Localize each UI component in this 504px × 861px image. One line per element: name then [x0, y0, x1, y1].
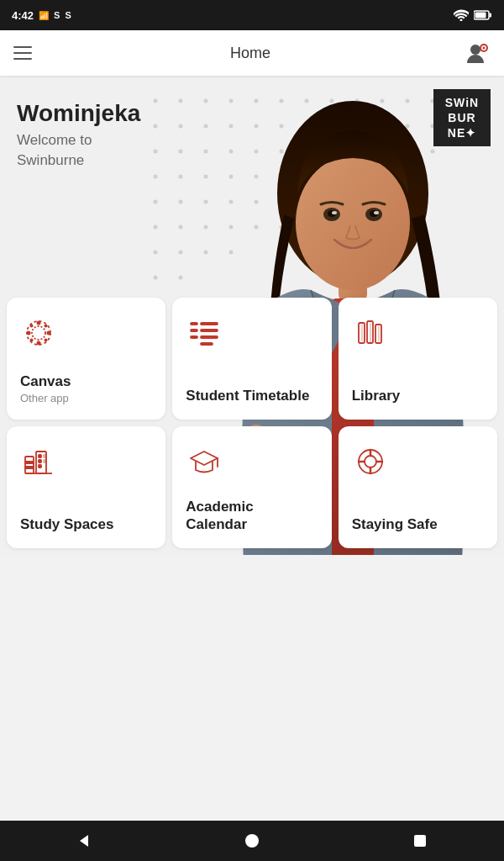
notification-icon-s2: S: [65, 10, 71, 20]
back-button[interactable]: [69, 826, 99, 856]
svg-rect-117: [25, 462, 34, 463]
svg-point-129: [365, 456, 376, 467]
svg-rect-109: [201, 343, 213, 345]
svg-rect-103: [191, 323, 197, 325]
svg-point-102: [30, 339, 34, 342]
svg-rect-2: [490, 13, 492, 18]
status-bar: 4:42 📶 S S: [0, 0, 504, 30]
canvas-icon: [20, 314, 57, 351]
svg-rect-105: [191, 336, 197, 338]
timetable-icon: [186, 314, 223, 351]
svg-rect-124: [39, 465, 41, 467]
svg-point-99: [30, 325, 34, 328]
svg-marker-126: [191, 452, 218, 465]
bottom-nav: [0, 821, 504, 861]
status-time: 4:42: [12, 9, 34, 22]
svg-point-135: [245, 834, 259, 848]
canvas-title: Canvas: [20, 373, 71, 390]
notification-icon-s: S: [54, 10, 60, 20]
canvas-app-card[interactable]: Canvas Other app: [7, 298, 165, 420]
svg-marker-134: [80, 835, 88, 847]
greeting-text: Wominjeka: [17, 101, 140, 127]
svg-rect-118: [25, 467, 34, 468]
academic-calendar-app-card[interactable]: Academic Calendar: [172, 426, 331, 548]
canvas-subtitle: Other app: [20, 392, 71, 404]
svg-point-101: [45, 325, 48, 328]
study-spaces-app-card[interactable]: Study Spaces: [7, 426, 165, 548]
svg-rect-104: [191, 330, 197, 331]
svg-point-3: [470, 45, 480, 55]
svg-point-87: [374, 211, 379, 214]
logo-text: SWiN BUR NE✦: [445, 95, 479, 141]
hero-section: // Will be generated by template, using …: [0, 76, 504, 555]
library-icon: [352, 314, 389, 351]
svg-point-94: [32, 326, 45, 340]
svg-point-6: [482, 47, 485, 50]
study-spaces-title: Study Spaces: [20, 516, 114, 533]
svg-rect-1: [475, 13, 486, 18]
status-bar-right: [454, 9, 492, 21]
svg-rect-121: [44, 455, 46, 457]
status-bar-left: 4:42 📶 S S: [12, 9, 71, 22]
timetable-app-card[interactable]: Student Timetable: [172, 298, 331, 420]
svg-point-100: [45, 339, 48, 342]
svg-point-81: [296, 156, 410, 290]
svg-point-97: [27, 331, 31, 335]
svg-rect-120: [39, 455, 41, 457]
sim-icon: 📶: [39, 11, 49, 20]
welcome-text: Welcome to Swinburne: [17, 130, 140, 171]
svg-rect-122: [39, 460, 41, 462]
hero-text: Wominjeka Welcome to Swinburne: [17, 101, 140, 170]
svg-point-86: [332, 211, 337, 214]
battery-icon: [474, 10, 492, 20]
svg-rect-108: [201, 336, 218, 338]
staying-safe-app-card[interactable]: Staying Safe: [339, 426, 497, 548]
wifi-icon: [454, 9, 469, 21]
svg-rect-107: [201, 330, 218, 331]
library-app-card[interactable]: Library: [339, 298, 497, 420]
svg-rect-136: [414, 835, 426, 847]
study-spaces-icon: [20, 443, 57, 480]
staying-safe-icon: [352, 443, 389, 480]
svg-point-98: [47, 331, 51, 335]
nav-title: Home: [230, 45, 270, 62]
academic-calendar-icon: [186, 443, 223, 480]
svg-rect-116: [25, 457, 34, 473]
academic-calendar-title: Academic Calendar: [186, 499, 318, 533]
swinburne-logo: SWiN BUR NE✦: [433, 89, 491, 146]
nav-bar: Home: [0, 30, 504, 76]
home-button[interactable]: [237, 826, 267, 856]
staying-safe-title: Staying Safe: [352, 516, 438, 533]
profile-button[interactable]: [464, 40, 491, 66]
timetable-title: Student Timetable: [186, 388, 309, 404]
recents-button[interactable]: [405, 826, 435, 856]
library-title: Library: [352, 388, 401, 404]
svg-rect-123: [44, 460, 46, 462]
svg-point-96: [37, 341, 41, 346]
svg-point-95: [37, 321, 41, 325]
svg-rect-106: [201, 323, 218, 325]
menu-button[interactable]: [13, 41, 37, 65]
app-grid: Canvas Other app Student Timetable: [0, 298, 504, 555]
